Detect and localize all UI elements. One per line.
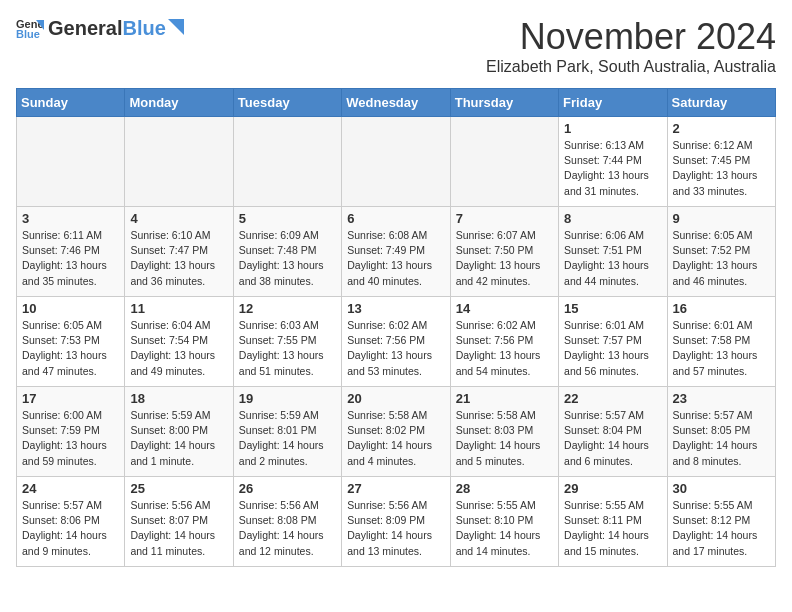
day-number: 30 bbox=[673, 481, 770, 496]
day-number: 15 bbox=[564, 301, 661, 316]
calendar-cell: 7Sunrise: 6:07 AM Sunset: 7:50 PM Daylig… bbox=[450, 207, 558, 297]
calendar-cell: 19Sunrise: 5:59 AM Sunset: 8:01 PM Dayli… bbox=[233, 387, 341, 477]
calendar-cell: 8Sunrise: 6:06 AM Sunset: 7:51 PM Daylig… bbox=[559, 207, 667, 297]
month-title: November 2024 bbox=[486, 16, 776, 58]
calendar-cell: 11Sunrise: 6:04 AM Sunset: 7:54 PM Dayli… bbox=[125, 297, 233, 387]
day-info: Sunrise: 6:04 AM Sunset: 7:54 PM Dayligh… bbox=[130, 318, 227, 379]
calendar-cell: 25Sunrise: 5:56 AM Sunset: 8:07 PM Dayli… bbox=[125, 477, 233, 567]
calendar-cell: 18Sunrise: 5:59 AM Sunset: 8:00 PM Dayli… bbox=[125, 387, 233, 477]
calendar-cell: 24Sunrise: 5:57 AM Sunset: 8:06 PM Dayli… bbox=[17, 477, 125, 567]
day-info: Sunrise: 6:01 AM Sunset: 7:58 PM Dayligh… bbox=[673, 318, 770, 379]
day-info: Sunrise: 5:58 AM Sunset: 8:02 PM Dayligh… bbox=[347, 408, 444, 469]
day-info: Sunrise: 5:55 AM Sunset: 8:12 PM Dayligh… bbox=[673, 498, 770, 559]
week-row-3: 10Sunrise: 6:05 AM Sunset: 7:53 PM Dayli… bbox=[17, 297, 776, 387]
calendar-cell: 22Sunrise: 5:57 AM Sunset: 8:04 PM Dayli… bbox=[559, 387, 667, 477]
day-number: 14 bbox=[456, 301, 553, 316]
day-number: 21 bbox=[456, 391, 553, 406]
calendar-cell: 28Sunrise: 5:55 AM Sunset: 8:10 PM Dayli… bbox=[450, 477, 558, 567]
calendar-cell: 29Sunrise: 5:55 AM Sunset: 8:11 PM Dayli… bbox=[559, 477, 667, 567]
calendar-cell: 21Sunrise: 5:58 AM Sunset: 8:03 PM Dayli… bbox=[450, 387, 558, 477]
calendar-cell: 17Sunrise: 6:00 AM Sunset: 7:59 PM Dayli… bbox=[17, 387, 125, 477]
calendar-cell: 5Sunrise: 6:09 AM Sunset: 7:48 PM Daylig… bbox=[233, 207, 341, 297]
day-number: 2 bbox=[673, 121, 770, 136]
calendar-cell: 16Sunrise: 6:01 AM Sunset: 7:58 PM Dayli… bbox=[667, 297, 775, 387]
logo: General Blue GeneralBlue bbox=[16, 16, 184, 40]
day-info: Sunrise: 5:58 AM Sunset: 8:03 PM Dayligh… bbox=[456, 408, 553, 469]
day-number: 10 bbox=[22, 301, 119, 316]
calendar-cell: 4Sunrise: 6:10 AM Sunset: 7:47 PM Daylig… bbox=[125, 207, 233, 297]
calendar-cell: 6Sunrise: 6:08 AM Sunset: 7:49 PM Daylig… bbox=[342, 207, 450, 297]
day-number: 27 bbox=[347, 481, 444, 496]
day-number: 8 bbox=[564, 211, 661, 226]
calendar-cell: 2Sunrise: 6:12 AM Sunset: 7:45 PM Daylig… bbox=[667, 117, 775, 207]
day-info: Sunrise: 6:07 AM Sunset: 7:50 PM Dayligh… bbox=[456, 228, 553, 289]
calendar-cell bbox=[233, 117, 341, 207]
day-info: Sunrise: 5:55 AM Sunset: 8:11 PM Dayligh… bbox=[564, 498, 661, 559]
day-info: Sunrise: 5:59 AM Sunset: 8:00 PM Dayligh… bbox=[130, 408, 227, 469]
day-info: Sunrise: 6:05 AM Sunset: 7:53 PM Dayligh… bbox=[22, 318, 119, 379]
day-number: 5 bbox=[239, 211, 336, 226]
calendar-cell: 26Sunrise: 5:56 AM Sunset: 8:08 PM Dayli… bbox=[233, 477, 341, 567]
day-number: 23 bbox=[673, 391, 770, 406]
logo-general: General bbox=[48, 17, 122, 40]
logo-icon: General Blue bbox=[16, 16, 44, 40]
weekday-header-friday: Friday bbox=[559, 89, 667, 117]
day-info: Sunrise: 5:56 AM Sunset: 8:08 PM Dayligh… bbox=[239, 498, 336, 559]
svg-text:Blue: Blue bbox=[16, 28, 40, 40]
calendar-cell: 30Sunrise: 5:55 AM Sunset: 8:12 PM Dayli… bbox=[667, 477, 775, 567]
calendar-table: SundayMondayTuesdayWednesdayThursdayFrid… bbox=[16, 88, 776, 567]
weekday-header-wednesday: Wednesday bbox=[342, 89, 450, 117]
week-row-4: 17Sunrise: 6:00 AM Sunset: 7:59 PM Dayli… bbox=[17, 387, 776, 477]
calendar-cell: 23Sunrise: 5:57 AM Sunset: 8:05 PM Dayli… bbox=[667, 387, 775, 477]
day-number: 7 bbox=[456, 211, 553, 226]
svg-marker-3 bbox=[168, 19, 184, 35]
weekday-header-saturday: Saturday bbox=[667, 89, 775, 117]
day-number: 24 bbox=[22, 481, 119, 496]
day-number: 1 bbox=[564, 121, 661, 136]
day-number: 6 bbox=[347, 211, 444, 226]
day-info: Sunrise: 5:55 AM Sunset: 8:10 PM Dayligh… bbox=[456, 498, 553, 559]
day-number: 13 bbox=[347, 301, 444, 316]
calendar-cell: 20Sunrise: 5:58 AM Sunset: 8:02 PM Dayli… bbox=[342, 387, 450, 477]
day-info: Sunrise: 6:10 AM Sunset: 7:47 PM Dayligh… bbox=[130, 228, 227, 289]
day-number: 4 bbox=[130, 211, 227, 226]
day-number: 16 bbox=[673, 301, 770, 316]
day-number: 20 bbox=[347, 391, 444, 406]
logo-arrow-icon bbox=[168, 19, 184, 35]
week-row-2: 3Sunrise: 6:11 AM Sunset: 7:46 PM Daylig… bbox=[17, 207, 776, 297]
day-info: Sunrise: 6:11 AM Sunset: 7:46 PM Dayligh… bbox=[22, 228, 119, 289]
day-info: Sunrise: 5:57 AM Sunset: 8:05 PM Dayligh… bbox=[673, 408, 770, 469]
day-number: 11 bbox=[130, 301, 227, 316]
day-number: 29 bbox=[564, 481, 661, 496]
day-info: Sunrise: 5:57 AM Sunset: 8:06 PM Dayligh… bbox=[22, 498, 119, 559]
day-number: 12 bbox=[239, 301, 336, 316]
title-area: November 2024 Elizabeth Park, South Aust… bbox=[486, 16, 776, 76]
week-row-5: 24Sunrise: 5:57 AM Sunset: 8:06 PM Dayli… bbox=[17, 477, 776, 567]
day-info: Sunrise: 5:56 AM Sunset: 8:09 PM Dayligh… bbox=[347, 498, 444, 559]
day-info: Sunrise: 5:56 AM Sunset: 8:07 PM Dayligh… bbox=[130, 498, 227, 559]
logo-blue: Blue bbox=[122, 17, 165, 40]
day-info: Sunrise: 5:57 AM Sunset: 8:04 PM Dayligh… bbox=[564, 408, 661, 469]
calendar-cell: 9Sunrise: 6:05 AM Sunset: 7:52 PM Daylig… bbox=[667, 207, 775, 297]
day-info: Sunrise: 6:13 AM Sunset: 7:44 PM Dayligh… bbox=[564, 138, 661, 199]
location-title: Elizabeth Park, South Australia, Austral… bbox=[486, 58, 776, 76]
weekday-header-sunday: Sunday bbox=[17, 89, 125, 117]
day-info: Sunrise: 6:02 AM Sunset: 7:56 PM Dayligh… bbox=[456, 318, 553, 379]
calendar-cell: 14Sunrise: 6:02 AM Sunset: 7:56 PM Dayli… bbox=[450, 297, 558, 387]
weekday-header-monday: Monday bbox=[125, 89, 233, 117]
calendar-cell: 13Sunrise: 6:02 AM Sunset: 7:56 PM Dayli… bbox=[342, 297, 450, 387]
day-info: Sunrise: 6:09 AM Sunset: 7:48 PM Dayligh… bbox=[239, 228, 336, 289]
day-number: 28 bbox=[456, 481, 553, 496]
calendar-cell: 27Sunrise: 5:56 AM Sunset: 8:09 PM Dayli… bbox=[342, 477, 450, 567]
day-number: 18 bbox=[130, 391, 227, 406]
calendar-cell bbox=[450, 117, 558, 207]
calendar-cell: 10Sunrise: 6:05 AM Sunset: 7:53 PM Dayli… bbox=[17, 297, 125, 387]
calendar-cell: 12Sunrise: 6:03 AM Sunset: 7:55 PM Dayli… bbox=[233, 297, 341, 387]
day-info: Sunrise: 6:03 AM Sunset: 7:55 PM Dayligh… bbox=[239, 318, 336, 379]
calendar-cell: 15Sunrise: 6:01 AM Sunset: 7:57 PM Dayli… bbox=[559, 297, 667, 387]
day-number: 17 bbox=[22, 391, 119, 406]
weekday-header-thursday: Thursday bbox=[450, 89, 558, 117]
day-number: 3 bbox=[22, 211, 119, 226]
day-number: 26 bbox=[239, 481, 336, 496]
calendar-cell bbox=[342, 117, 450, 207]
